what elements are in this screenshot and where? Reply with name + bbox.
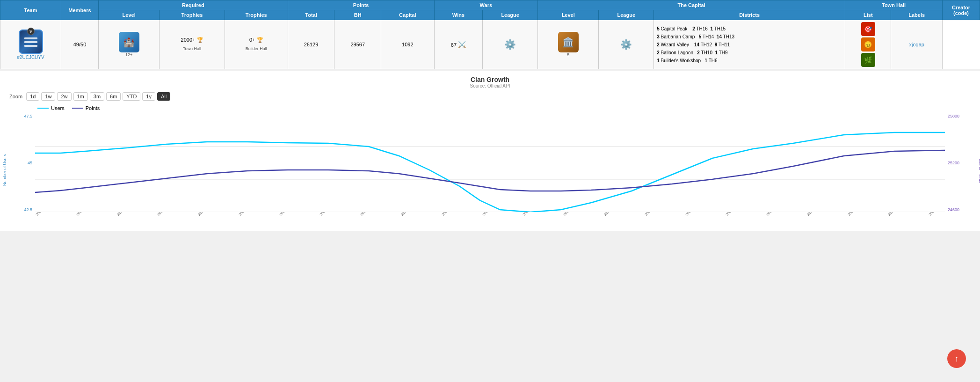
- subheader-pts-bh: BH: [334, 10, 381, 20]
- zoom-1y[interactable]: 1y: [142, 92, 155, 101]
- capital-league-cell: ⚙️: [599, 20, 654, 69]
- req-bh-label: Builder Hall: [246, 46, 267, 51]
- x-label: 2024-03-11: [482, 212, 496, 216]
- subheader-req-bh: Trophies: [225, 10, 288, 20]
- x-label: 2024-03-15: [766, 212, 780, 216]
- req-bh-value: 0+: [249, 37, 255, 43]
- subheader-wars-league: League: [483, 10, 538, 20]
- th-labels-cell: 🎯 😠 🌿: [845, 20, 891, 69]
- capital-level-cell: 🏛️ 5: [538, 20, 599, 69]
- x-label: 2024-03-10: [400, 212, 414, 216]
- x-label: 2024-03-11: [441, 212, 455, 216]
- clan-tag[interactable]: #2UCJCUYV: [17, 55, 44, 60]
- subheader-req-trophies: Trophies: [160, 10, 225, 20]
- capital-districts-cell: 5 Capital Peak 2 TH16 1 TH15 3 Barbarian…: [654, 20, 845, 69]
- legend-points: Points: [72, 105, 100, 111]
- x-label: 2024-03-09: [279, 212, 293, 216]
- zoom-6m[interactable]: 6m: [106, 92, 121, 101]
- capital-icon: 🏛️: [558, 32, 579, 52]
- subheader-req-level: Level: [99, 10, 160, 20]
- subheader-wars-wins: Wins: [434, 10, 483, 20]
- clan-badge-inner: [22, 33, 39, 51]
- pts-capital-cell: 1092: [381, 20, 435, 69]
- members-cell: 49/50: [61, 20, 99, 69]
- x-label: 2024-03-05: [76, 212, 90, 216]
- y-left-bot: 42.5: [24, 207, 32, 212]
- zoom-1d[interactable]: 1d: [26, 92, 39, 101]
- creator-cell: xjogap: [891, 20, 943, 69]
- x-label: 2024-03-06: [116, 212, 131, 216]
- zoom-1m[interactable]: 1m: [73, 92, 88, 101]
- header-capital: The Capital: [538, 0, 845, 10]
- districts-text: 5 Capital Peak 2 TH16 1 TH15 3 Barbarian…: [657, 25, 842, 65]
- subheader-cap-level: Level: [538, 10, 599, 20]
- x-label: 2024-03-16: [847, 212, 861, 216]
- svg-rect-2: [24, 45, 37, 47]
- table-wrapper: Team Members Required Points Wars The Ca…: [0, 0, 980, 69]
- label-badges: 🎯 😠 🌿: [848, 22, 888, 67]
- wars-wins-value: 67: [451, 42, 457, 48]
- x-label: 2024-03-17: [928, 212, 942, 216]
- label-badge-red: 🎯: [861, 22, 875, 36]
- capital-level-value: 5: [541, 52, 595, 57]
- users-line: [35, 132, 945, 212]
- clan-info-cell: 9: [0, 20, 61, 69]
- req-trophies-value: 2000+: [181, 37, 196, 43]
- label-badge-green: 🌿: [861, 53, 875, 67]
- header-members: Members: [61, 0, 99, 20]
- header-wars: Wars: [434, 0, 537, 10]
- subheader-pts-capital: Capital: [381, 10, 435, 20]
- req-level-cell: 🏰 12+: [99, 20, 160, 69]
- x-label: 2024-03-08: [238, 212, 252, 216]
- zoom-label: Zoom: [9, 94, 22, 99]
- chart-title: Clan Growth: [9, 76, 971, 83]
- clan-level: 9: [27, 28, 35, 35]
- zoom-2w[interactable]: 2w: [57, 92, 71, 101]
- zoom-3m[interactable]: 3m: [90, 92, 104, 101]
- x-label: 2024-03-14: [685, 212, 699, 216]
- req-level-sub: 12+: [102, 52, 156, 57]
- header-team: Team: [0, 0, 61, 20]
- creator-link[interactable]: xjogap: [909, 42, 924, 47]
- points-line: [35, 150, 945, 192]
- wars-sword-icon: ⚔️: [458, 41, 466, 48]
- req-trophies-label: Town Hall: [183, 46, 201, 51]
- req-trophies-cell: 2000+ 🏆 Town Hall: [160, 20, 225, 69]
- zoom-controls: Zoom 1d 1w 2w 1m 3m 6m YTD 1y All: [9, 92, 971, 101]
- chart-inner: [35, 114, 945, 212]
- header-creator: Creator (code): [943, 0, 980, 20]
- header-townhall: Town Hall: [845, 0, 943, 10]
- table-row: 9: [0, 20, 980, 69]
- label-badge-orange: 😠: [861, 37, 875, 51]
- x-label: 2024-03-15: [806, 212, 820, 216]
- zoom-all[interactable]: All: [157, 92, 170, 101]
- chart-legend: Users Points: [37, 105, 971, 111]
- y-right-bot: 24600: [948, 207, 959, 212]
- y-left-top: 47.5: [24, 114, 32, 118]
- x-label: 2024-03-09: [319, 212, 333, 216]
- legend-points-label: Points: [86, 105, 100, 111]
- legend-points-line: [72, 108, 83, 109]
- svg-rect-1: [24, 41, 37, 43]
- y-axis-left: 47.5 45 42.5: [9, 114, 35, 212]
- wars-league-icon: ⚙️: [504, 39, 516, 50]
- subheader-cap-league: League: [599, 10, 654, 20]
- header-required: Required: [99, 0, 288, 10]
- legend-users: Users: [37, 105, 65, 111]
- y-left-mid: 45: [28, 161, 32, 165]
- zoom-1w[interactable]: 1w: [41, 92, 55, 101]
- subheader-pts-total: Total: [288, 10, 334, 20]
- header-points: Points: [288, 0, 434, 10]
- x-label: 2024-03-10: [360, 212, 374, 216]
- x-label: 2024-03-16: [887, 212, 901, 216]
- th-icon: 🏰: [119, 32, 139, 52]
- svg-rect-0: [24, 37, 37, 39]
- x-label: 2024-03-13: [603, 212, 617, 216]
- y-right-mid: 25200: [948, 161, 959, 165]
- zoom-ytd[interactable]: YTD: [123, 92, 140, 101]
- wars-wins-cell: 67 ⚔️: [434, 20, 483, 69]
- chart-section: Clan Growth Source: Official API Zoom 1d…: [0, 71, 980, 231]
- chart-svg: [35, 114, 945, 212]
- pts-total-cell: 26129: [288, 20, 334, 69]
- x-axis: 2024-03-05 2024-03-05 2024-03-06 2024-03…: [35, 212, 945, 226]
